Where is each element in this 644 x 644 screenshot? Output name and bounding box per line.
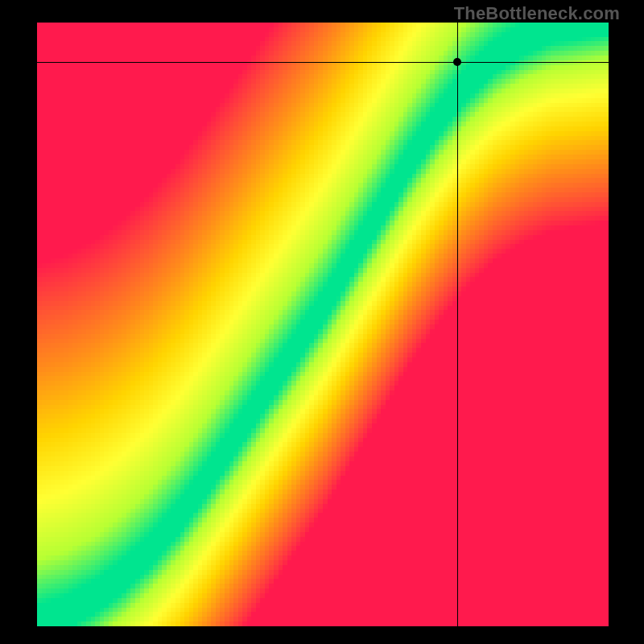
crosshair-horizontal <box>37 62 609 63</box>
heatmap-plot <box>37 23 609 626</box>
crosshair-vertical <box>457 23 458 626</box>
chart-stage: TheBottleneck.com <box>0 0 644 644</box>
heatmap-canvas <box>37 23 609 626</box>
watermark-text: TheBottleneck.com <box>454 3 620 24</box>
data-point-marker <box>453 58 461 66</box>
